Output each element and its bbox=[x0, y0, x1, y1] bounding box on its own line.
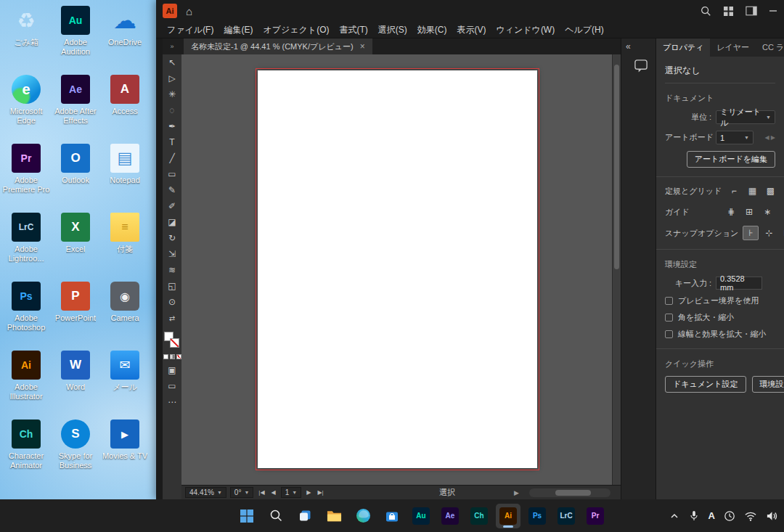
stroke-swatch[interactable] bbox=[170, 338, 179, 348]
vertical-scrollbar[interactable] bbox=[612, 54, 621, 485]
line-segment-tool[interactable]: ╱ bbox=[163, 150, 181, 166]
canvas-pasteboard[interactable] bbox=[181, 54, 621, 485]
tab-layers[interactable]: レイヤー bbox=[710, 38, 756, 57]
preference-checkbox-row[interactable]: 線幅と効果を拡大・縮小 bbox=[665, 329, 775, 340]
selection-tool[interactable]: ↖ bbox=[163, 54, 181, 70]
document-setup-button[interactable]: ドキュメント設定 bbox=[665, 376, 746, 393]
comments-panel-icon[interactable] bbox=[626, 59, 656, 73]
artboard-select[interactable]: 1 ▼ bbox=[716, 131, 754, 144]
rotate-tool[interactable]: ↻ bbox=[163, 230, 181, 246]
unit-select[interactable]: ミリメートル ▼ bbox=[716, 110, 775, 124]
desktop-icon-excel[interactable]: X Excel bbox=[51, 208, 100, 277]
desktop-icon-character-animator[interactable]: Ch Character Animator bbox=[1, 415, 51, 484]
ruler-icon[interactable]: ⌐ bbox=[726, 184, 742, 198]
artboard-prev-next-icons[interactable]: ◀ ▶ bbox=[764, 134, 775, 141]
desktop-icon-microsoft-edge[interactable]: e Microsoft Edge bbox=[1, 70, 51, 139]
microphone-icon[interactable] bbox=[688, 510, 700, 522]
desktop-icon-camera[interactable]: ◉ Camera bbox=[100, 277, 150, 346]
checkbox[interactable] bbox=[665, 314, 673, 322]
tray-chevron-up-icon[interactable] bbox=[669, 511, 679, 521]
tab-cc-libraries[interactable]: CC ライブラリ bbox=[756, 38, 784, 57]
swap-fill-stroke-icon[interactable]: ⇄ bbox=[163, 310, 181, 326]
minimize-button[interactable] bbox=[769, 7, 777, 15]
menu-edit[interactable]: 編集(E) bbox=[219, 22, 258, 38]
desktop-icon-adobe-audition[interactable]: Au Adobe Audition bbox=[51, 1, 100, 70]
drawing-mode-icon[interactable]: ▣ bbox=[163, 362, 181, 378]
workspace-switcher-icon[interactable] bbox=[723, 6, 734, 17]
snap-to-grid-icon[interactable]: ⊹ bbox=[761, 226, 777, 240]
wifi-icon[interactable] bbox=[744, 510, 757, 522]
smart-guides-icon[interactable]: ∗ bbox=[759, 205, 775, 219]
menu-object[interactable]: オブジェクト(O) bbox=[258, 22, 334, 38]
menu-select[interactable]: 選択(S) bbox=[373, 22, 412, 38]
type-tool[interactable]: T bbox=[163, 134, 181, 150]
paintbrush-tool[interactable]: ✎ bbox=[163, 182, 181, 198]
preference-checkbox-row[interactable]: プレビュー境界を使用 bbox=[665, 295, 775, 306]
pen-tool[interactable]: ✒ bbox=[163, 118, 181, 134]
width-tool[interactable]: ≋ bbox=[163, 262, 181, 278]
zoom-select[interactable]: 44.41% ▼ bbox=[185, 487, 226, 498]
edit-toolbar-icon[interactable]: ⋯ bbox=[163, 394, 181, 410]
taskbar-search[interactable] bbox=[264, 504, 288, 528]
fill-stroke-swatches[interactable] bbox=[163, 332, 181, 351]
desktop-icon-sticky-notes[interactable]: ≡ 付箋 bbox=[100, 208, 150, 277]
desktop-icon-powerpoint[interactable]: P PowerPoint bbox=[51, 277, 100, 346]
preferences-button[interactable]: 環境設定 bbox=[752, 376, 784, 393]
rotation-select[interactable]: 0° ▼ bbox=[230, 487, 254, 498]
edit-artboards-button[interactable]: アートボードを編集 bbox=[687, 151, 775, 168]
magic-wand-tool[interactable]: ✳ bbox=[163, 86, 181, 102]
shape-builder-tool[interactable]: ◱ bbox=[163, 278, 181, 294]
illustrator-app-icon[interactable]: Ai bbox=[163, 4, 177, 18]
menu-effect[interactable]: 効果(C) bbox=[412, 22, 452, 38]
last-artboard-button[interactable]: ▶| bbox=[316, 489, 324, 496]
guides-icon[interactable]: ⋕ bbox=[723, 205, 739, 219]
taskbar-lightroom[interactable]: LrC bbox=[554, 504, 579, 528]
desktop-icon-movies-tv[interactable]: ▶ Movies & TV bbox=[100, 415, 150, 484]
desktop-icon-notepad[interactable]: ▤ Notepad bbox=[100, 139, 150, 208]
desktop-icon-onedrive[interactable]: ☁ OneDrive bbox=[100, 1, 150, 70]
home-icon[interactable]: ⌂ bbox=[186, 5, 192, 17]
snap-to-point-icon[interactable]: ⊦ bbox=[743, 226, 759, 240]
vertical-scrollbar-thumb[interactable] bbox=[614, 65, 619, 269]
direct-selection-tool[interactable]: ▷ bbox=[163, 70, 181, 86]
menu-help[interactable]: ヘルプ(H) bbox=[560, 22, 609, 38]
taskbar-illustrator[interactable]: Ai bbox=[496, 504, 520, 528]
taskbar-photoshop[interactable]: Ps bbox=[525, 504, 550, 528]
status-menu-arrow-icon[interactable]: ▶ bbox=[514, 489, 519, 496]
horizontal-scrollbar[interactable] bbox=[529, 488, 611, 497]
toolbar-expand-icon[interactable]: » bbox=[163, 38, 181, 54]
tab-close-icon[interactable]: × bbox=[360, 41, 365, 52]
menu-window[interactable]: ウィンドウ(W) bbox=[491, 22, 560, 38]
tab-properties[interactable]: プロパティ bbox=[656, 38, 710, 57]
menu-type[interactable]: 書式(T) bbox=[334, 22, 372, 38]
collapse-panels-icon[interactable]: « bbox=[626, 41, 637, 52]
taskbar-character-animator[interactable]: Ch bbox=[467, 504, 491, 528]
zoom-tool[interactable]: ⊙ bbox=[163, 294, 181, 310]
clock-icon[interactable] bbox=[724, 510, 735, 522]
eraser-tool[interactable]: ◪ bbox=[163, 214, 181, 230]
artboard-guides-icon[interactable]: ⊞ bbox=[741, 205, 757, 219]
snap-to-glyph-icon[interactable]: ⊟ bbox=[779, 226, 784, 240]
grid-icon[interactable]: ▦ bbox=[744, 184, 760, 198]
rectangle-tool[interactable]: ▭ bbox=[163, 166, 181, 182]
next-artboard-button[interactable]: ▶ bbox=[305, 489, 312, 496]
preference-checkbox-row[interactable]: 角を拡大・縮小 bbox=[665, 312, 775, 323]
desktop-icon-adobe-illustrator[interactable]: Ai Adobe Illustrator bbox=[1, 346, 51, 415]
previous-artboard-button[interactable]: ◀ bbox=[270, 489, 277, 496]
menu-file[interactable]: ファイル(F) bbox=[162, 22, 219, 38]
menu-view[interactable]: 表示(V) bbox=[452, 22, 491, 38]
desktop-icon-word[interactable]: W Word bbox=[51, 346, 100, 415]
horizontal-scrollbar-thumb[interactable] bbox=[555, 490, 591, 496]
checkbox[interactable] bbox=[665, 330, 673, 338]
desktop-icon-adobe-lightroom[interactable]: LrC Adobe Lightroo... bbox=[1, 208, 51, 277]
taskbar-audition[interactable]: Au bbox=[409, 504, 433, 528]
desktop-icon-recycle-bin[interactable]: ♻ ごみ箱 bbox=[1, 1, 51, 70]
file-explorer-icon[interactable] bbox=[322, 504, 346, 528]
desktop-icon-access[interactable]: A Access bbox=[100, 70, 150, 139]
store-icon[interactable] bbox=[380, 504, 404, 528]
start-button[interactable] bbox=[234, 504, 259, 528]
artboard-navigation-select[interactable]: 1 ▼ bbox=[281, 487, 302, 498]
lasso-tool[interactable]: ◌ bbox=[163, 102, 181, 118]
gradient-button[interactable] bbox=[170, 354, 175, 359]
task-view-button[interactable] bbox=[293, 504, 317, 528]
